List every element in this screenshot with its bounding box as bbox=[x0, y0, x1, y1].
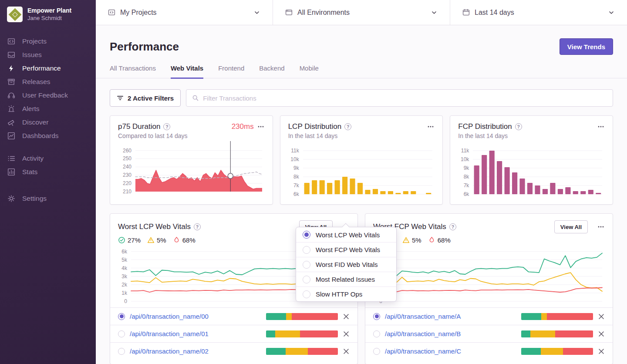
warning-triangle-icon bbox=[402, 236, 410, 244]
menu-option-slow-http-ops[interactable]: Slow HTTP Ops bbox=[296, 286, 396, 301]
sidebar-item-stats[interactable]: Stats bbox=[0, 165, 96, 179]
more-options-icon[interactable] bbox=[597, 123, 605, 131]
menu-option-worst-fid[interactable]: Worst FID Web Vitals bbox=[296, 257, 396, 272]
poor-stat: 68% bbox=[428, 236, 451, 244]
sidebar-item-settings[interactable]: Settings bbox=[0, 192, 96, 205]
chevron-down-icon bbox=[431, 9, 438, 16]
help-icon[interactable]: ? bbox=[344, 123, 351, 130]
card-subtitle: In the last 14 days bbox=[458, 132, 605, 139]
transaction-radio[interactable] bbox=[118, 348, 125, 355]
option-radio[interactable] bbox=[303, 246, 310, 254]
sidebar-item-releases[interactable]: Releases bbox=[0, 75, 96, 88]
card-title: p75 Duration bbox=[118, 122, 160, 131]
window-icon bbox=[285, 9, 293, 16]
org-switcher[interactable]: Empower Plant Jane Schmidt bbox=[0, 0, 96, 28]
sidebar-item-discover[interactable]: Discover bbox=[0, 115, 96, 129]
environment-selector[interactable]: All Environments bbox=[273, 0, 450, 25]
warning-triangle-icon bbox=[147, 236, 155, 244]
option-radio[interactable] bbox=[303, 276, 310, 283]
vitals-distribution-bar bbox=[521, 313, 593, 320]
flame-icon bbox=[428, 236, 435, 244]
more-options-icon[interactable] bbox=[257, 123, 265, 131]
page-title: Performance bbox=[110, 40, 179, 54]
fcp-distribution-chart: 11k10k9k8k7k6k bbox=[458, 146, 605, 196]
menu-option-worst-fcp[interactable]: Worst FCP Web Vitals bbox=[296, 242, 396, 257]
sidebar-item-projects[interactable]: Projects bbox=[0, 34, 96, 48]
view-trends-button[interactable]: View Trends bbox=[560, 38, 613, 55]
transaction-row: /api/0/transaction_name/01 bbox=[110, 325, 357, 342]
tab-mobile[interactable]: Mobile bbox=[300, 64, 319, 79]
date-range-selector[interactable]: Last 14 days bbox=[450, 0, 627, 25]
user-name: Jane Schmidt bbox=[27, 15, 71, 22]
option-radio[interactable] bbox=[303, 231, 310, 239]
more-options-icon[interactable] bbox=[427, 123, 435, 131]
transaction-link[interactable]: /api/0/transaction_name/B bbox=[385, 330, 461, 337]
tab-all-transactions[interactable]: All Transactions bbox=[110, 64, 156, 79]
help-icon[interactable]: ? bbox=[163, 123, 170, 130]
performance-tabs: All Transactions Web Vitals Frontend Bac… bbox=[96, 55, 627, 78]
transaction-radio[interactable] bbox=[118, 313, 125, 320]
stats-icon bbox=[7, 168, 15, 176]
org-avatar bbox=[7, 7, 23, 22]
vitals-summary: 27% 5% 68% bbox=[373, 236, 605, 244]
p75-duration-card: p75 Duration ? 230ms Compared to last 14… bbox=[110, 115, 273, 205]
transaction-radio[interactable] bbox=[118, 330, 125, 337]
transaction-radio[interactable] bbox=[373, 348, 380, 355]
settings-icon bbox=[7, 195, 15, 202]
project-selector[interactable]: My Projects bbox=[96, 0, 273, 25]
meh-stat: 5% bbox=[402, 236, 421, 244]
close-icon[interactable] bbox=[343, 330, 350, 337]
transaction-link[interactable]: /api/0/transaction_name/A bbox=[385, 313, 461, 320]
projects-icon bbox=[7, 37, 15, 45]
sidebar-item-issues[interactable]: Issues bbox=[0, 48, 96, 61]
transaction-row: /api/0/transaction_name/C bbox=[365, 342, 613, 360]
vitals-distribution-bar bbox=[521, 330, 593, 337]
tab-frontend[interactable]: Frontend bbox=[218, 64, 244, 79]
tab-web-vitals[interactable]: Web Vitals bbox=[171, 64, 203, 79]
help-icon[interactable]: ? bbox=[515, 123, 522, 130]
transaction-list: /api/0/transaction_name/00 /api/0/transa… bbox=[110, 307, 357, 360]
search-input[interactable] bbox=[203, 94, 607, 102]
sidebar-item-dashboards[interactable]: Dashboards bbox=[0, 129, 96, 142]
close-icon[interactable] bbox=[598, 348, 605, 355]
transaction-link[interactable]: /api/0/transaction_name/02 bbox=[130, 347, 209, 355]
transaction-link[interactable]: /api/0/transaction_name/01 bbox=[130, 330, 209, 337]
chevron-down-icon bbox=[253, 9, 260, 16]
transaction-row: /api/0/transaction_name/A bbox=[365, 307, 613, 325]
issues-icon bbox=[7, 51, 15, 59]
help-icon[interactable]: ? bbox=[449, 223, 456, 230]
sidebar-item-performance[interactable]: Performance bbox=[0, 61, 96, 75]
discover-icon bbox=[7, 118, 15, 126]
sidebar-item-alerts[interactable]: Alerts bbox=[0, 102, 96, 115]
card-title: FCP Distribution bbox=[458, 122, 512, 131]
calendar-icon bbox=[462, 9, 470, 16]
vitals-widget-menu: Worst LCP Web Vitals Worst FCP Web Vital… bbox=[296, 227, 397, 302]
transaction-radio[interactable] bbox=[373, 330, 380, 337]
close-icon[interactable] bbox=[343, 313, 350, 320]
worst-fcp-card: Worst FCP Web Vitals ? View All 27% 5% bbox=[365, 213, 613, 364]
option-radio[interactable] bbox=[303, 261, 310, 269]
menu-option-most-related-issues[interactable]: Most Related Issues bbox=[296, 272, 396, 286]
chevron-down-icon bbox=[608, 9, 615, 16]
sidebar-item-user-feedback[interactable]: User Feedback bbox=[0, 88, 96, 102]
close-icon[interactable] bbox=[598, 313, 605, 320]
vitals-distribution-bar bbox=[521, 348, 593, 355]
transaction-link[interactable]: /api/0/transaction_name/00 bbox=[130, 313, 209, 320]
close-icon[interactable] bbox=[343, 348, 350, 355]
releases-icon bbox=[7, 78, 15, 86]
transaction-link[interactable]: /api/0/transaction_name/C bbox=[385, 347, 461, 355]
dashboards-icon bbox=[7, 132, 15, 140]
view-all-button[interactable]: View All bbox=[554, 220, 588, 233]
active-filters-button[interactable]: 2 Active Filters bbox=[110, 89, 181, 107]
option-radio[interactable] bbox=[303, 290, 310, 298]
vitals-distribution-bar bbox=[266, 313, 338, 320]
close-icon[interactable] bbox=[598, 330, 605, 337]
tab-backend[interactable]: Backend bbox=[259, 64, 284, 79]
lcp-distribution-card: LCP Distribution ? In the last 14 days 1… bbox=[280, 115, 443, 205]
help-icon[interactable]: ? bbox=[194, 223, 201, 230]
more-options-icon[interactable] bbox=[597, 223, 605, 231]
sidebar-item-activity[interactable]: Activity bbox=[0, 152, 96, 165]
transaction-radio[interactable] bbox=[373, 313, 380, 320]
sidebar-nav: Projects Issues Performance Releases Use… bbox=[0, 28, 96, 205]
worst-fcp-chart: 6k5k4k3k2k1k0 bbox=[373, 247, 605, 305]
